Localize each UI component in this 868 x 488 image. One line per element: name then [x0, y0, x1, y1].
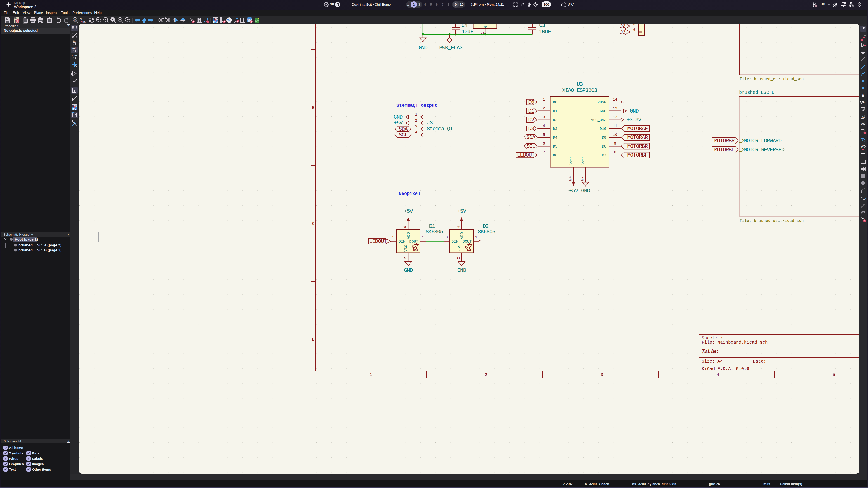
svg-text:B: B — [84, 20, 86, 24]
svg-text:2: 2 — [403, 257, 407, 259]
svg-text:File: brushed_esc.kicad_sch: File: brushed_esc.kicad_sch — [740, 77, 804, 81]
svg-text:1: 1 — [415, 113, 417, 117]
svg-text:10uF: 10uF — [462, 29, 473, 35]
svg-text:D2: D2 — [528, 117, 534, 123]
svg-text:RGB: RGB — [467, 249, 471, 252]
svg-text:4: 4 — [415, 130, 417, 134]
svg-text:SK6805: SK6805 — [426, 229, 443, 235]
svg-text:D5: D5 — [553, 144, 557, 149]
svg-text:3: 3 — [392, 235, 395, 239]
svg-text:DIN: DIN — [452, 239, 458, 244]
svg-text:Size: A4: Size: A4 — [702, 359, 723, 364]
svg-text:VDD: VDD — [406, 232, 411, 239]
svg-text:D9: D9 — [602, 136, 606, 140]
svg-text:1: 1 — [543, 98, 545, 102]
svg-text:D6: D6 — [553, 153, 557, 158]
svg-text:GND: GND — [394, 114, 403, 120]
svg-text:RGB: RGB — [413, 249, 418, 252]
svg-text:5: 5 — [633, 24, 636, 26]
svg-text:brushed_ESC_B (page 3): brushed_ESC_B (page 3) — [18, 248, 61, 252]
svg-text:D3: D3 — [619, 29, 625, 35]
svg-text:A: A — [862, 139, 864, 142]
svg-text:VSS: VSS — [404, 245, 408, 252]
svg-text:Root (page 1): Root (page 1) — [15, 237, 38, 241]
svg-text:GND: GND — [418, 45, 428, 51]
svg-text:StemmaQT output: StemmaQT output — [397, 103, 437, 108]
svg-text:+5V: +5V — [569, 188, 579, 194]
svg-text:G: G — [484, 26, 488, 28]
svg-text:MOTOR_FORWARD: MOTOR_FORWARD — [744, 138, 782, 144]
svg-text:+5V: +5V — [404, 208, 413, 215]
svg-text:GND: GND — [457, 267, 466, 273]
svg-text:VUSB: VUSB — [598, 101, 606, 105]
svg-text:C4: C4 — [462, 24, 468, 29]
svg-text:D4: D4 — [553, 136, 557, 140]
svg-text:+5V: +5V — [457, 208, 467, 215]
svg-text:1: 1 — [370, 372, 372, 377]
svg-text:D0: D0 — [528, 99, 534, 105]
svg-text:B-: B- — [580, 176, 585, 181]
svg-text:14: 14 — [613, 98, 617, 102]
svg-text:5: 5 — [543, 133, 545, 137]
svg-text:7: 7 — [543, 151, 545, 155]
svg-text:LEDOUT: LEDOUT — [369, 238, 387, 245]
svg-text:2: 2 — [543, 106, 545, 110]
svg-text:11: 11 — [613, 124, 617, 128]
svg-text:PWR_FLAG: PWR_FLAG — [439, 45, 463, 51]
svg-text:C3: C3 — [539, 24, 545, 29]
svg-text:SK6805: SK6805 — [478, 229, 495, 235]
svg-text:Date:: Date: — [753, 359, 766, 364]
svg-text:2: 2 — [415, 119, 417, 123]
svg-text:Batt+: Batt+ — [569, 154, 573, 166]
svg-text:2: 2 — [485, 372, 487, 377]
svg-text:SDA: SDA — [526, 134, 536, 140]
svg-text:SCL: SCL — [526, 143, 535, 149]
svg-text:2: 2 — [457, 257, 461, 259]
svg-text:DIN: DIN — [399, 239, 405, 244]
svg-text:Batt-: Batt- — [581, 154, 585, 166]
svg-text:MOTORAF: MOTORAF — [627, 126, 648, 132]
svg-text:D3: D3 — [553, 127, 557, 131]
svg-text:D1: D1 — [528, 108, 534, 114]
svg-text:+5V: +5V — [394, 120, 403, 126]
svg-text:VCC_3V3: VCC_3V3 — [591, 118, 606, 122]
svg-text:File: Mainboard.kicad_sch: File: Mainboard.kicad_sch — [702, 340, 768, 345]
svg-text:XIAO ESP32C3: XIAO ESP32C3 — [562, 88, 597, 94]
svg-text:3: 3 — [600, 372, 603, 377]
svg-text:GND: GND — [581, 188, 590, 194]
svg-text:3: 3 — [445, 235, 448, 239]
svg-text:4: 4 — [543, 124, 545, 128]
svg-text:D2: D2 — [619, 24, 625, 29]
svg-text:1: 1 — [422, 235, 424, 239]
svg-text:13: 13 — [613, 106, 617, 110]
svg-text:D1: D1 — [553, 109, 557, 113]
svg-text:6: 6 — [633, 28, 636, 32]
svg-text:MOTORAR: MOTORAR — [627, 134, 648, 140]
svg-text:12: 12 — [613, 115, 617, 119]
svg-text:D3: D3 — [528, 126, 534, 132]
svg-text:GND: GND — [404, 267, 413, 273]
svg-text:DOUT: DOUT — [409, 239, 418, 244]
svg-text:.bom: .bom — [247, 18, 252, 20]
svg-text:D: D — [312, 337, 314, 342]
svg-text:1: 1 — [480, 32, 485, 34]
svg-text:GND: GND — [630, 108, 639, 114]
svg-text:3: 3 — [543, 115, 545, 119]
svg-text:D7: D7 — [602, 153, 606, 158]
svg-text:J3: J3 — [427, 120, 433, 126]
svg-text:D2: D2 — [553, 118, 557, 122]
svg-text:brushed_ESC_A (page 2): brushed_ESC_A (page 2) — [18, 243, 61, 247]
svg-text:Stemma QT: Stemma QT — [427, 126, 453, 132]
svg-text:MOTORBF: MOTORBF — [627, 152, 648, 158]
svg-text:Title:: Title: — [701, 348, 719, 355]
svg-text:10: 10 — [613, 133, 617, 137]
svg-text:5: 5 — [833, 372, 835, 377]
svg-text:A: A — [74, 18, 76, 21]
svg-text:D10: D10 — [600, 127, 606, 131]
svg-text:SCL: SCL — [399, 132, 408, 138]
svg-text:File: brushed_esc.kicad_sch: File: brushed_esc.kicad_sch — [740, 219, 804, 223]
svg-text:VDD: VDD — [460, 232, 464, 239]
svg-text:A: A — [80, 17, 82, 21]
svg-text:mm: mm — [72, 54, 77, 57]
svg-text:A: A — [862, 116, 864, 119]
